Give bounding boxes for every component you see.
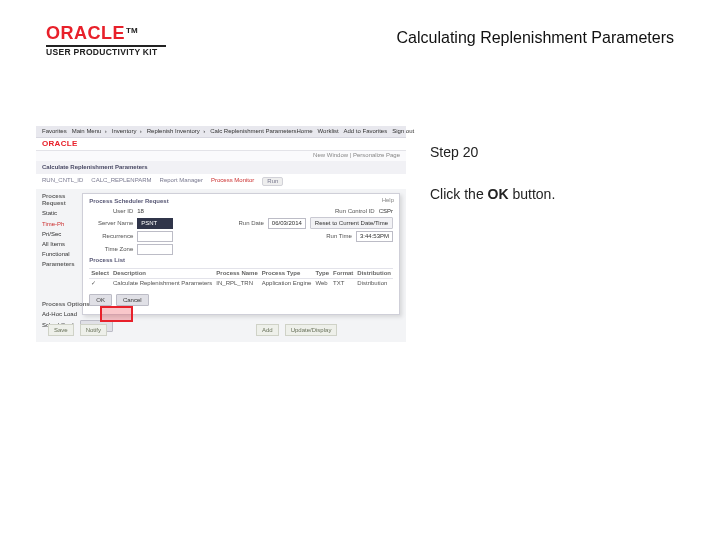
lbl-tz: Time Zone [89,246,133,253]
shot-brand-bar: ORACLE [36,138,406,151]
update-display-button: Update/Display [285,324,338,336]
run-button: Run [262,177,283,186]
process-list-heading: Process List [89,257,393,264]
td: ✓ [89,278,111,288]
table-row: ✓ Calculate Replenishment Parameters IN_… [89,278,393,288]
td: TXT [331,278,355,288]
logo-word: ORACLE [46,23,125,43]
notify-button: Notify [80,324,107,336]
logo-subtitle: USER PRODUCTIVITY KIT [46,48,166,57]
reset-button: Reset to Current Date/Time [310,217,393,229]
shot-sidebar: Process Request Static Time-Ph Pri/Sec A… [42,193,76,315]
side-heading: Parameters [42,261,76,268]
th: Format [331,268,355,278]
shot-breadcrumb: RUN_CNTL_ID CALC_REPLENPARM Report Manag… [36,174,406,189]
nav-item: Replenish Inventory [147,128,200,134]
lbl-server: Server Name [89,220,133,227]
th: Process Type [260,268,314,278]
page-title: Calculating Replenishment Parameters [397,28,674,47]
side-heading: Process Request [42,193,76,207]
table-head: Select Description Process Name Process … [89,268,393,278]
save-button: Save [48,324,74,336]
lbl-runtime: Run Time [308,233,352,240]
oracle-upk-logo: ORACLETM USER PRODUCTIVITY KIT [46,24,166,57]
dialog-title: Process Scheduler Request [89,198,393,205]
th: Type [313,268,331,278]
shot-body: Process Request Static Time-Ph Pri/Sec A… [36,189,406,319]
inp-runtime: 3:44:53PM [356,231,393,242]
instruction-text: Click the OK button. [430,186,555,203]
inp-recur [137,231,173,242]
foot-item: Ad-Hoc Load [42,311,77,318]
lbl-runctl: Run Control ID [331,208,375,215]
nav-item: Main Menu [72,128,102,134]
nav-item: Add to Favorites [343,128,387,134]
th: Description [111,268,214,278]
val-userid: 18 [137,208,144,215]
shot-lower: Process Options Ad-Hoc Load Sched Ovrd S… [42,301,400,334]
shot-page-heading: Calculate Replenishment Parameters [36,161,406,174]
td: Application Engine [260,278,314,288]
inp-server: PSNT [137,218,173,229]
side-item: Time-Ph [42,221,76,228]
side-item: Functional [42,251,76,258]
td: Calculate Replenishment Parameters [111,278,214,288]
nav-item: Calc Replenishment Parameters [210,128,296,134]
toolbar-left: Save Notify [48,324,107,336]
bc-value: CALC_REPLENPARM [91,177,151,186]
add-button: Add [256,324,279,336]
nav-left: Favorites Main Menu › Inventory › Replen… [42,128,297,135]
nav-item: Home [297,128,313,134]
dialog-help: Help [382,197,394,204]
step-label: Step 20 [430,144,478,161]
side-item: Pri/Sec [42,231,76,238]
shot-oracle-word: ORACLE [42,139,78,148]
instruction-pre: Click the [430,186,488,202]
instruction-post: button. [509,186,556,202]
lbl-rundate: Run Date [220,220,264,227]
ok-button-highlight [100,306,133,322]
logo-tm: TM [126,26,138,35]
nav-right: Home Worklist Add to Favorites Sign out [297,128,415,135]
th: Distribution [355,268,393,278]
instruction-bold: OK [488,186,509,202]
val-runctl: CSPr [379,208,393,215]
td: Web [313,278,331,288]
th: Process Name [214,268,259,278]
nav-item: Inventory [112,128,137,134]
inp-tz [137,244,173,255]
bc-process-monitor: Process Monitor [211,177,254,186]
inp-rundate: 06/03/2014 [268,218,306,229]
process-scheduler-dialog: Process Scheduler Request Help User ID 1… [82,193,400,315]
td: Distribution [355,278,393,288]
shot-sub-links: New Window | Personalize Page [36,151,406,160]
th: Select [89,268,111,278]
nav-item: Favorites [42,128,67,134]
process-list-table: Select Description Process Name Process … [89,268,393,288]
bc-link: Report Manager [160,177,203,186]
lbl-userid: User ID [89,208,133,215]
lbl-recur: Recurrence [89,233,133,240]
nav-item: Worklist [318,128,339,134]
bc-label: RUN_CNTL_ID [42,177,83,186]
shot-top-nav: Favorites Main Menu › Inventory › Replen… [36,126,406,138]
embedded-screenshot: Favorites Main Menu › Inventory › Replen… [36,126,406,342]
side-item: All Items [42,241,76,248]
side-item: Static [42,210,76,217]
foot-heading: Process Options [42,301,400,308]
toolbar-right: Add Update/Display [256,324,337,336]
nav-item: Sign out [392,128,414,134]
td: IN_RPL_TRN [214,278,259,288]
